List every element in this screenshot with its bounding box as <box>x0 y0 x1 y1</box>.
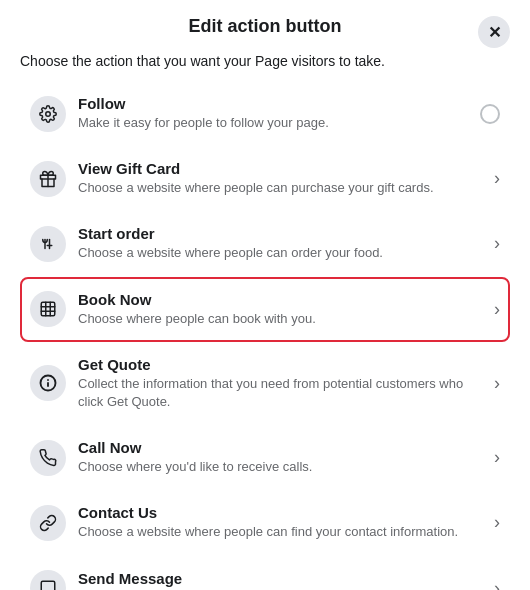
close-button[interactable]: ✕ <box>478 16 510 48</box>
send-message-title: Send Message <box>78 570 486 587</box>
action-item-start-order[interactable]: Start orderChoose a website where people… <box>20 211 510 276</box>
contact-us-content: Contact UsChoose a website where people … <box>78 504 486 541</box>
call-now-content: Call NowChoose where you'd like to recei… <box>78 439 486 476</box>
send-message-content: Send MessageReceive messages from your P… <box>78 570 486 591</box>
view-gift-card-chevron-icon: › <box>494 168 500 189</box>
follow-title: Follow <box>78 95 472 112</box>
start-order-content: Start orderChoose a website where people… <box>78 225 486 262</box>
start-order-icon <box>30 226 66 262</box>
svg-point-0 <box>46 111 51 116</box>
get-quote-description: Collect the information that you need fr… <box>78 375 486 411</box>
call-now-description: Choose where you'd like to receive calls… <box>78 458 486 476</box>
svg-rect-6 <box>41 302 55 316</box>
modal-title: Edit action button <box>189 16 342 37</box>
call-now-chevron-icon: › <box>494 447 500 468</box>
book-now-description: Choose where people can book with you. <box>78 310 486 328</box>
contact-us-icon <box>30 505 66 541</box>
action-item-call-now[interactable]: Call NowChoose where you'd like to recei… <box>20 425 510 490</box>
action-item-get-quote[interactable]: Get QuoteCollect the information that yo… <box>20 342 510 425</box>
book-now-chevron-icon: › <box>494 299 500 320</box>
start-order-title: Start order <box>78 225 486 242</box>
action-item-follow[interactable]: FollowMake it easy for people to follow … <box>20 81 510 146</box>
action-item-send-message[interactable]: Send MessageReceive messages from your P… <box>20 556 510 591</box>
action-item-view-gift-card[interactable]: View Gift CardChoose a website where peo… <box>20 146 510 211</box>
contact-us-description: Choose a website where people can find y… <box>78 523 486 541</box>
contact-us-chevron-icon: › <box>494 512 500 533</box>
follow-content: FollowMake it easy for people to follow … <box>78 95 472 132</box>
get-quote-chevron-icon: › <box>494 373 500 394</box>
follow-icon <box>30 96 66 132</box>
edit-action-button-modal: Edit action button ✕ Choose the action t… <box>0 0 530 590</box>
contact-us-title: Contact Us <box>78 504 486 521</box>
action-item-contact-us[interactable]: Contact UsChoose a website where people … <box>20 490 510 555</box>
modal-subtitle: Choose the action that you want your Pag… <box>20 53 510 69</box>
send-message-icon <box>30 570 66 590</box>
view-gift-card-description: Choose a website where people can purcha… <box>78 179 486 197</box>
send-message-chevron-icon: › <box>494 578 500 590</box>
action-item-book-now[interactable]: Book NowChoose where people can book wit… <box>20 277 510 342</box>
book-now-content: Book NowChoose where people can book wit… <box>78 291 486 328</box>
follow-radio[interactable] <box>480 104 500 124</box>
get-quote-title: Get Quote <box>78 356 486 373</box>
view-gift-card-icon <box>30 161 66 197</box>
get-quote-icon <box>30 365 66 401</box>
action-list: FollowMake it easy for people to follow … <box>20 81 510 590</box>
close-icon: ✕ <box>488 23 501 42</box>
view-gift-card-title: View Gift Card <box>78 160 486 177</box>
get-quote-content: Get QuoteCollect the information that yo… <box>78 356 486 411</box>
view-gift-card-content: View Gift CardChoose a website where peo… <box>78 160 486 197</box>
follow-description: Make it easy for people to follow your p… <box>78 114 472 132</box>
call-now-title: Call Now <box>78 439 486 456</box>
start-order-description: Choose a website where people can order … <box>78 244 486 262</box>
book-now-icon <box>30 291 66 327</box>
start-order-chevron-icon: › <box>494 233 500 254</box>
modal-header: Edit action button ✕ <box>20 16 510 37</box>
book-now-title: Book Now <box>78 291 486 308</box>
call-now-icon <box>30 440 66 476</box>
